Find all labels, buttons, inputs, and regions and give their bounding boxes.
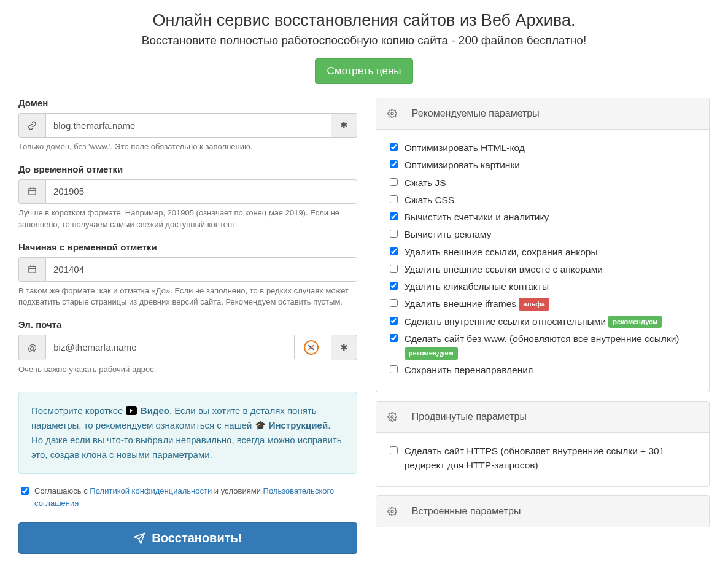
option-checkbox[interactable] [390,195,398,203]
option-checkbox[interactable] [390,230,398,238]
option-checkbox[interactable] [390,446,398,454]
option-row[interactable]: Оптимизировать картинки [387,158,698,172]
link-icon [18,113,45,138]
option-row[interactable]: Удалить внешние ссылки вместе с анкорами [387,262,698,276]
svg-point-8 [391,112,393,115]
panel-advanced-header[interactable]: Продвинутые параметры [376,402,709,433]
option-checkbox[interactable] [390,212,398,220]
calendar-icon [18,179,45,204]
option-checkbox[interactable] [390,178,398,186]
option-row[interactable]: Сделать сайт без www. (обновляются все в… [387,332,698,360]
domain-help: Только домен, без 'www.'. Это поле обяза… [18,141,357,153]
option-row[interactable]: Удалить внешние iframes альфа [387,297,698,311]
email-label: Эл. почта [18,319,357,330]
video-link[interactable]: Видео [141,405,169,416]
option-row[interactable]: Сделать сайт HTTPS (обновляет внутренние… [387,444,698,473]
option-row[interactable]: Сжать JS [387,176,698,190]
gear-icon [387,507,397,516]
option-label: Удалить внешние ссылки, сохранив анкоры [405,245,598,259]
option-checkbox[interactable] [390,143,398,151]
panel-title: Продвинутые параметры [412,411,527,422]
required-mark: ✱ [331,335,357,360]
instructions-link[interactable]: Инструкцией [269,420,328,430]
option-checkbox[interactable] [390,317,398,325]
to-ts-help: Лучше в коротком формате. Например, 2019… [18,208,357,231]
option-label: Оптимизировать картинки [405,158,520,172]
page-title: Онлайн сервис восстановления сайтов из В… [18,11,710,30]
svg-rect-0 [29,188,36,195]
panel-builtin-header[interactable]: Встроенные параметры [376,496,709,527]
option-label: Удалить внешние iframes альфа [405,297,549,311]
pricing-button[interactable]: Смотреть цены [315,58,412,84]
submit-button[interactable]: Восстановить! [18,522,357,554]
tos-checkbox[interactable] [21,487,29,495]
privacy-link[interactable]: Политикой конфиденциальности [90,486,212,495]
option-row[interactable]: Удалить внешние ссылки, сохранив анкоры [387,245,698,259]
option-label: Удалить кликабельные контакты [405,279,549,293]
option-row[interactable]: Оптимизировать HTML-код [387,141,698,155]
from-ts-input[interactable] [45,257,357,282]
email-help: Очень важно указать рабочий адрес. [18,364,357,376]
video-icon [126,406,137,415]
required-mark: ✱ [331,113,357,138]
option-row[interactable]: Сделать внутренние ссылки относительными… [387,314,698,328]
option-row[interactable]: Сжать CSS [387,193,698,207]
tos-text: Соглашаюсь с Политикой конфиденциальност… [34,485,357,509]
panel-recommended-header[interactable]: Рекомендуемые параметры [376,98,709,130]
gear-icon [387,412,397,422]
info-box: Посмотрите короткое Видео. Если вы хотит… [18,392,357,474]
option-label: Вычистить счетчики и аналитику [405,210,549,224]
at-icon: @ [18,335,45,360]
panel-recommended: Рекомендуемые параметры Оптимизировать H… [376,98,710,392]
option-label: Сохранить перенаправления [405,363,533,377]
extension-icon [295,335,331,360]
to-ts-input[interactable] [45,179,357,204]
paper-plane-icon [133,532,145,545]
from-ts-help: В таком же формате, как и отметка «До». … [18,285,357,309]
option-label: Сделать сайт без www. (обновляются все в… [405,332,698,360]
calendar-icon [18,257,45,282]
svg-rect-4 [29,266,36,273]
option-label: Сжать CSS [405,193,455,207]
option-badge: рекомендуем [405,347,458,360]
option-badge: рекомендуем [608,316,662,328]
svg-point-9 [391,416,393,418]
option-row[interactable]: Сохранить перенаправления [387,363,698,377]
option-checkbox[interactable] [390,265,398,273]
option-row[interactable]: Вычистить счетчики и аналитику [387,210,698,224]
page-subtitle: Восстановите полностью работоспособную к… [18,34,710,47]
option-label: Сжать JS [405,176,446,190]
grad-cap-icon: 🎓 [255,420,266,430]
panel-advanced: Продвинутые параметры Сделать сайт HTTPS… [376,401,710,487]
option-checkbox[interactable] [390,160,398,168]
domain-label: Домен [18,98,357,108]
option-badge: альфа [519,298,549,311]
option-label: Удалить внешние ссылки вместе с анкорами [405,262,603,276]
panel-title: Встроенные параметры [412,506,521,517]
domain-input[interactable] [45,113,331,138]
option-label: Сделать сайт HTTPS (обновляет внутренние… [405,444,698,473]
option-row[interactable]: Удалить кликабельные контакты [387,279,698,293]
option-label: Оптимизировать HTML-код [405,141,525,155]
submit-label: Восстановить! [152,531,242,545]
info-text: Посмотрите короткое [31,405,126,416]
panel-builtin: Встроенные параметры [376,495,710,527]
option-checkbox[interactable] [390,334,398,342]
option-checkbox[interactable] [390,247,398,255]
option-checkbox[interactable] [390,299,398,307]
gear-icon [387,109,397,118]
option-row[interactable]: Вычистить рекламу [387,227,698,241]
option-label: Вычистить рекламу [405,227,492,241]
option-checkbox[interactable] [390,365,398,373]
option-checkbox[interactable] [390,282,398,290]
to-ts-label: До временной отметки [18,164,357,174]
email-input[interactable] [45,335,295,359]
svg-point-10 [391,510,393,513]
option-label: Сделать внутренние ссылки относительными… [405,314,662,328]
from-ts-label: Начиная с временной отметки [18,242,357,252]
panel-title: Рекомендуемые параметры [412,108,540,119]
